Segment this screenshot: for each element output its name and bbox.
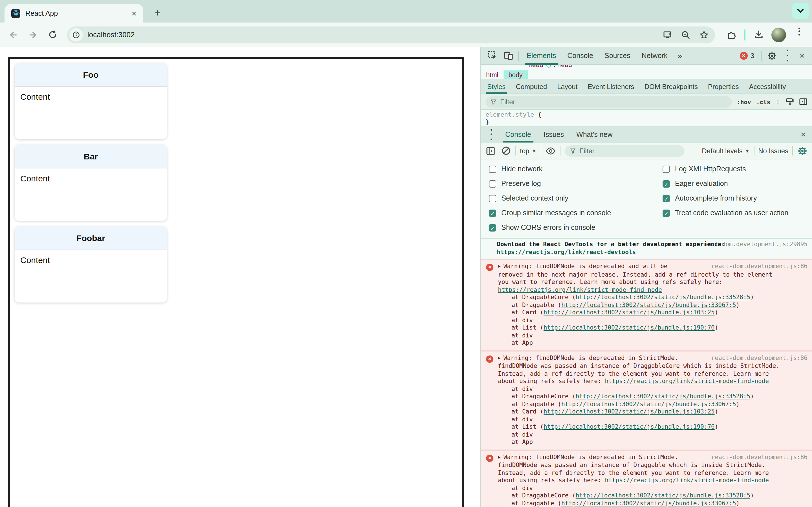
checkbox-unchecked-icon[interactable] [489,165,496,173]
console-link[interactable]: http://localhost:3002/static/js/bundle.j… [544,324,715,331]
tab-event-listeners[interactable]: Event Listeners [582,79,639,94]
browser-tab[interactable]: React App × [4,4,143,22]
tab-close-icon[interactable]: × [130,9,138,17]
console-link[interactable]: http://localhost:3002/static/js/bundle.j… [561,301,736,308]
console-link[interactable]: https://reactjs.org/link/strict-mode-fin… [498,286,662,293]
breadcrumb-html[interactable]: html [481,70,503,79]
browser-menu-icon[interactable] [792,27,806,42]
card-header[interactable]: Bar [15,145,167,168]
console-link[interactable]: http://localhost:3002/static/js/bundle.j… [544,423,715,430]
console-link[interactable]: http://localhost:3002/static/js/bundle.j… [544,408,715,414]
expand-caret-icon[interactable]: ▶ [498,354,501,362]
log-levels-selector[interactable]: Default levels ▼ [702,147,750,155]
styles-filter-input[interactable]: Filter [486,96,732,107]
checkbox-checked-icon[interactable]: ✓ [663,180,670,187]
more-tabs-icon[interactable]: » [673,51,687,60]
error-badge[interactable]: × 3 [740,52,754,59]
card-bar[interactable]: Bar Content [15,145,167,221]
console-setting-row[interactable]: ✓Eager evaluation [655,176,812,191]
console-link[interactable]: http://localhost:3002/static/js/bundle.j… [544,309,715,316]
console-link[interactable]: http://localhost:3002/static/js/bundle.j… [561,499,736,506]
profile-avatar[interactable] [771,27,786,42]
tab-styles[interactable]: Styles [482,79,511,94]
clear-console-icon[interactable] [500,145,511,156]
url-bar[interactable]: localhost:3002 [67,26,715,43]
checkbox-checked-icon[interactable]: ✓ [489,209,496,217]
forward-button[interactable] [26,27,40,42]
console-setting-row[interactable]: Hide network [481,162,655,176]
console-sidebar-icon[interactable] [485,145,496,156]
reload-button[interactable] [45,27,60,42]
console-link[interactable]: http://localhost:3002/static/js/bundle.j… [576,393,751,399]
tab-properties[interactable]: Properties [703,79,744,94]
console-setting-row[interactable]: ✓Group similar messages in console [481,206,655,220]
bookmark-star-icon[interactable] [697,28,711,41]
tab-elements[interactable]: Elements [521,47,562,64]
device-toolbar-icon[interactable] [501,49,515,62]
console-link[interactable]: https://reactjs.org/link/strict-mode-fin… [605,476,769,483]
expand-caret-icon[interactable]: ▶ [498,453,501,461]
console-setting-row[interactable]: Log XMLHttpRequests [655,162,812,176]
tab-drawer-console[interactable]: Console [499,127,538,142]
dom-node-fragment[interactable]: /head [553,65,572,69]
expand-caret-icon[interactable]: ▶ [498,263,501,270]
inspect-element-icon[interactable] [486,49,499,62]
checkbox-unchecked-icon[interactable] [489,194,496,202]
element-style-rule[interactable]: element.style { } [481,110,812,127]
live-expression-eye-icon[interactable] [545,145,556,156]
console-filter-input[interactable]: Filter [565,145,684,156]
console-setting-row[interactable]: Preserve log [481,176,655,191]
extensions-icon[interactable] [724,27,739,42]
console-settings-gear-icon[interactable] [797,145,808,156]
checkbox-checked-icon[interactable]: ✓ [663,209,670,217]
browser-controls-button[interactable] [792,3,809,19]
site-info-icon[interactable] [69,28,83,41]
tab-layout[interactable]: Layout [552,79,582,94]
console-setting-row[interactable]: Selected context only [481,191,655,206]
context-selector[interactable]: top ▼ [520,147,537,155]
checkbox-unchecked-icon[interactable] [663,165,670,173]
breadcrumb-body[interactable]: body [503,70,527,79]
issues-counter[interactable]: No Issues [758,147,788,155]
install-app-icon[interactable] [661,28,674,41]
toggle-sidebar-icon[interactable] [799,98,808,106]
tab-drawer-issues[interactable]: Issues [538,127,570,142]
console-source-link[interactable]: react-dom.development.js:86 [711,354,808,362]
card-foo[interactable]: Foo Content [15,63,167,139]
tab-computed[interactable]: Computed [511,79,552,94]
checkbox-unchecked-icon[interactable] [489,180,496,187]
toggle-classes[interactable]: .cls [756,98,770,105]
checkbox-checked-icon[interactable]: ✓ [663,194,670,202]
console-link[interactable]: http://localhost:3002/static/js/bundle.j… [576,293,751,300]
devtools-close-icon[interactable]: × [795,50,809,61]
back-button[interactable] [6,27,20,42]
card-header[interactable]: Foo [15,63,167,87]
console-link[interactable]: http://localhost:3002/static/js/bundle.j… [561,400,736,407]
url-text[interactable]: localhost:3002 [87,31,656,39]
devtools-menu-icon[interactable] [781,49,794,62]
console-source-link[interactable]: react-dom.development.js:86 [711,453,808,461]
tab-dom-breakpoints[interactable]: DOM Breakpoints [640,79,703,94]
card-foobar[interactable]: Foobar Content [15,226,167,302]
tab-network[interactable]: Network [636,47,673,64]
console-link[interactable]: https://reactjs.org/link/react-devtools [497,248,636,255]
drawer-close-icon[interactable]: × [797,129,810,140]
console-source-link[interactable]: react-dom.development.js:86 [711,263,808,270]
dom-node-fragment[interactable]: head [528,65,543,69]
checkbox-checked-icon[interactable]: ✓ [489,224,496,231]
card-header[interactable]: Foobar [15,226,167,250]
rendering-emulation-icon[interactable] [785,98,794,106]
zoom-out-icon[interactable] [679,28,693,41]
settings-gear-icon[interactable] [765,49,778,62]
tab-sources[interactable]: Sources [599,47,636,64]
drawer-menu-icon[interactable] [485,128,498,142]
console-link[interactable]: https://reactjs.org/link/strict-mode-fin… [605,378,769,384]
console-setting-row[interactable]: ✓Autocomplete from history [655,191,812,206]
tab-drawer-whats-new[interactable]: What's new [570,127,619,142]
tab-accessibility[interactable]: Accessibility [744,79,791,94]
new-tab-button[interactable]: + [154,8,160,17]
tab-console[interactable]: Console [562,47,599,64]
console-link[interactable]: http://localhost:3002/static/js/bundle.j… [576,492,751,499]
downloads-icon[interactable] [751,27,766,42]
console-setting-row[interactable]: ✓Treat code evaluation as user action [655,206,812,220]
